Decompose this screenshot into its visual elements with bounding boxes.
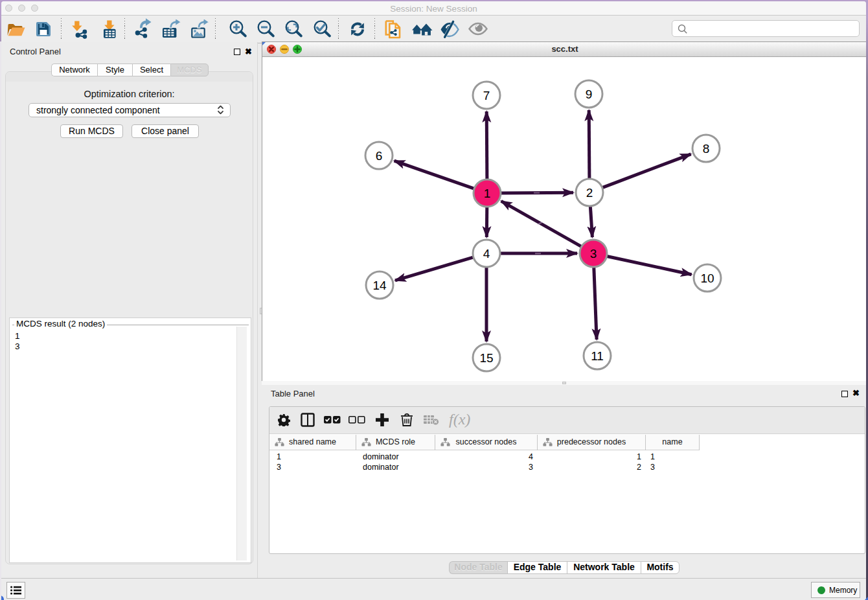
svg-text:6: 6 [376, 149, 383, 163]
svg-text:11: 11 [591, 349, 604, 363]
svg-text:3: 3 [590, 247, 597, 260]
svg-text:1: 1 [484, 187, 491, 200]
svg-text:4: 4 [483, 247, 490, 260]
svg-text:7: 7 [483, 89, 490, 102]
svg-text:9: 9 [586, 87, 593, 101]
svg-text:8: 8 [703, 142, 710, 156]
svg-text:14: 14 [372, 279, 387, 292]
svg-text:10: 10 [700, 271, 714, 285]
svg-text:2: 2 [586, 186, 593, 200]
svg-text:15: 15 [479, 351, 493, 365]
